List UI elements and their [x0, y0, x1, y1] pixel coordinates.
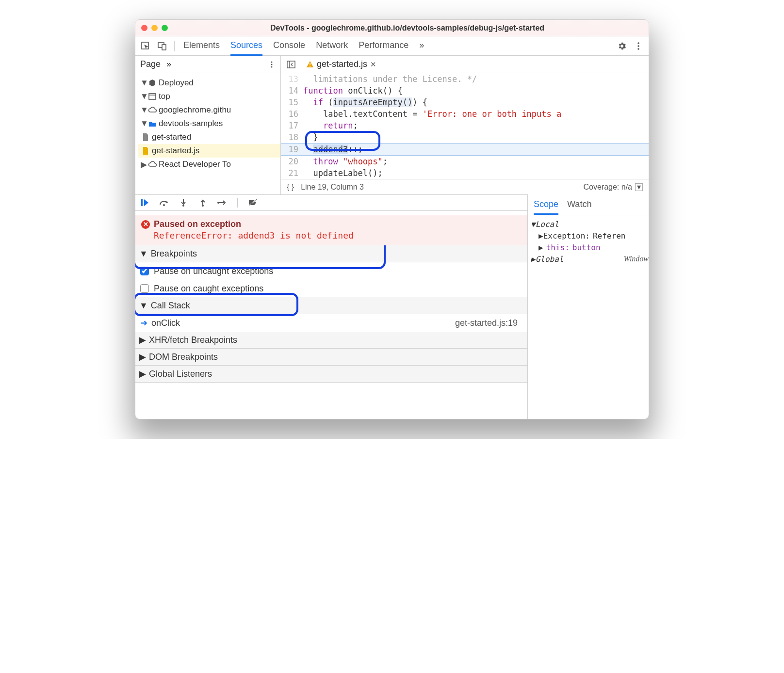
editor-tabs: get-started.js ✕ [281, 56, 649, 73]
svg-rect-14 [310, 66, 310, 67]
checkbox-caught[interactable] [140, 284, 149, 293]
paused-banner: ✕ Paused on exception ReferenceError: ad… [135, 215, 527, 245]
current-frame-icon: ➔ [140, 318, 147, 328]
svg-point-6 [271, 61, 273, 63]
highlight-bubble-checkbox [135, 293, 298, 316]
tree-file-html[interactable]: get-started [138, 130, 280, 144]
navigator-header: Page » [135, 56, 280, 73]
scope-exception[interactable]: ▶Exception: Referen [531, 230, 649, 241]
cloud-icon [147, 161, 158, 168]
svg-rect-2 [162, 45, 166, 50]
error-icon: ✕ [141, 220, 150, 229]
tree-deployed[interactable]: ▼Deployed [138, 76, 280, 90]
svg-point-5 [637, 48, 639, 50]
svg-point-3 [637, 42, 639, 44]
device-toggle-icon[interactable] [155, 39, 169, 53]
highlight-bubble-code [305, 131, 380, 151]
scope-pane: ▼Local ▶Exception: Referen ▶this: button… [527, 215, 649, 419]
tab-watch[interactable]: Watch [567, 197, 591, 215]
step-out-icon[interactable] [197, 198, 208, 207]
sidebar-tabs: Scope Watch [528, 194, 649, 215]
dom-bp-section[interactable]: ▶DOM Breakpoints [135, 349, 527, 365]
tree-file-js[interactable]: get-started.js [138, 144, 280, 158]
tab-scope[interactable]: Scope [534, 197, 558, 215]
doc-icon [140, 133, 151, 141]
close-tab-icon[interactable]: ✕ [370, 60, 376, 69]
titlebar: DevTools - googlechrome.github.io/devtoo… [135, 20, 649, 36]
coverage-status[interactable]: Coverage: n/a ▾ [583, 183, 643, 192]
navigator-more-icon[interactable] [268, 61, 276, 68]
js-file-icon [140, 147, 151, 155]
zoom-window-button[interactable] [162, 25, 168, 31]
scope-local[interactable]: ▼Local [531, 218, 649, 230]
svg-point-7 [271, 64, 273, 65]
callstack-frame[interactable]: ➔ onClick get-started.js:19 [135, 314, 527, 332]
close-window-button[interactable] [141, 25, 147, 31]
navigator-tab-page[interactable]: Page [140, 59, 161, 69]
separator [174, 41, 175, 51]
cube-icon [147, 79, 158, 87]
folder-icon [147, 120, 158, 127]
warning-icon [306, 61, 314, 68]
step-icon[interactable] [217, 199, 228, 206]
svg-point-18 [182, 205, 184, 207]
scope-this[interactable]: ▶this: button [531, 241, 649, 253]
pretty-print-icon[interactable]: { } [287, 183, 294, 192]
resume-icon[interactable] [139, 198, 150, 207]
devtools-toolbar: Elements Sources Console Network Perform… [135, 36, 649, 56]
settings-icon[interactable] [615, 39, 629, 53]
svg-point-22 [217, 202, 219, 204]
sources-main: Page » ▼Deployed ▼top ▼googlechrome.gith… [135, 56, 649, 194]
minimize-window-button[interactable] [151, 25, 158, 31]
svg-point-4 [637, 45, 639, 47]
tab-overflow[interactable]: » [419, 36, 424, 56]
debugger-toolbar [135, 194, 527, 211]
cloud-icon [147, 107, 158, 113]
tree-folder[interactable]: ▼devtools-samples [138, 117, 280, 130]
debugger-panes: ✕ Paused on exception ReferenceError: ad… [135, 215, 527, 419]
debugger-lower: ✕ Paused on exception ReferenceError: ad… [135, 215, 649, 419]
tree-top[interactable]: ▼top [138, 90, 280, 103]
tab-network[interactable]: Network [316, 36, 348, 56]
svg-rect-13 [310, 63, 310, 65]
tab-sources[interactable]: Sources [230, 36, 262, 56]
traffic-lights [141, 25, 168, 31]
devtools-window: DevTools - googlechrome.github.io/devtoo… [135, 19, 649, 419]
frame-icon [147, 93, 158, 100]
svg-point-20 [202, 205, 204, 207]
step-into-icon[interactable] [178, 198, 189, 207]
file-tree: ▼Deployed ▼top ▼googlechrome.githu ▼devt… [135, 73, 280, 174]
toggle-navigator-icon[interactable] [284, 57, 298, 72]
deactivate-breakpoints-icon[interactable] [247, 199, 258, 207]
file-tab[interactable]: get-started.js ✕ [302, 56, 380, 72]
svg-point-16 [163, 204, 165, 206]
code-editor[interactable]: 13 limitations under the License. */ 14f… [281, 73, 649, 179]
inspect-element-icon[interactable] [138, 39, 153, 53]
tab-elements[interactable]: Elements [183, 36, 220, 56]
tree-react[interactable]: ▶React Developer To [138, 158, 280, 171]
svg-rect-15 [141, 199, 143, 206]
tab-performance[interactable]: Performance [359, 36, 408, 56]
xhr-section[interactable]: ▶XHR/fetch Breakpoints [135, 332, 527, 348]
cursor-position: Line 19, Column 3 [301, 183, 364, 192]
step-over-icon[interactable] [159, 199, 169, 207]
panel-tabs: Elements Sources Console Network Perform… [183, 36, 424, 56]
global-listeners-section[interactable]: ▶Global Listeners [135, 366, 527, 382]
svg-rect-9 [149, 94, 156, 99]
more-menu-icon[interactable] [631, 39, 646, 53]
file-tab-name: get-started.js [317, 59, 367, 69]
scope-global[interactable]: ▶GlobalWindow [531, 253, 649, 265]
navigator-overflow[interactable]: » [166, 59, 171, 69]
tree-host[interactable]: ▼googlechrome.githu [138, 103, 280, 117]
svg-point-8 [271, 66, 273, 67]
editor-pane: get-started.js ✕ 13 limitations under th… [281, 56, 649, 194]
tab-console[interactable]: Console [273, 36, 305, 56]
navigator-pane: Page » ▼Deployed ▼top ▼googlechrome.gith… [135, 56, 281, 194]
editor-statusbar: { } Line 19, Column 3 Coverage: n/a ▾ [281, 179, 649, 194]
paused-title: Paused on exception [154, 219, 241, 229]
error-message: ReferenceError: addend3 is not defined [154, 230, 522, 240]
window-title: DevTools - googlechrome.github.io/devtoo… [172, 24, 643, 32]
chevron-down-icon: ▾ [635, 183, 643, 191]
